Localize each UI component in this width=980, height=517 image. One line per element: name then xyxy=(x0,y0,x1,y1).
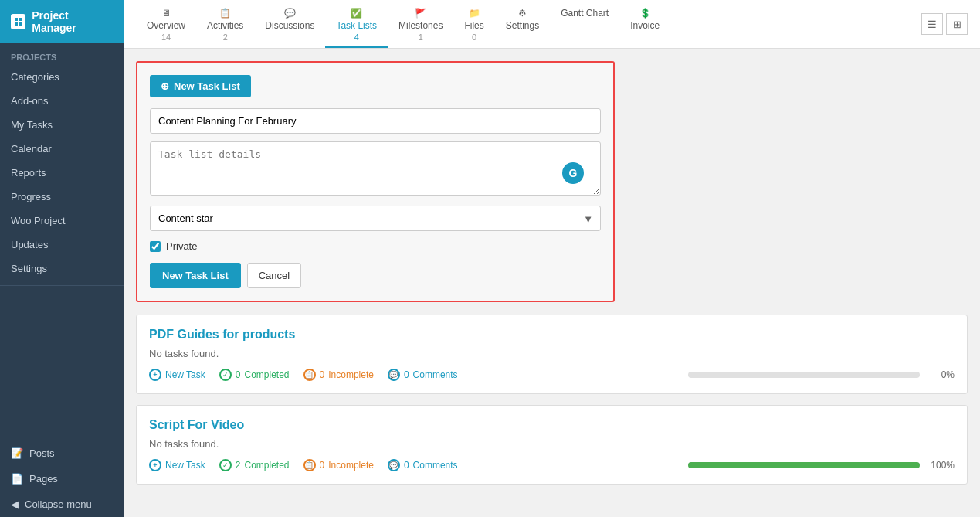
new-task-list-header-button[interactable]: ⊕ New Task List xyxy=(150,75,251,97)
comments-label-pdf: Comments xyxy=(413,369,458,380)
comments-script[interactable]: 💬 0 Comments xyxy=(388,459,458,471)
tab-discussions-label: Discussions xyxy=(265,20,314,31)
sidebar-item-updates[interactable]: Updates xyxy=(0,233,124,257)
collapse-label: Collapse menu xyxy=(25,498,92,510)
new-task-pdf-button[interactable]: + New Task xyxy=(149,369,205,381)
comments-count-script: 0 xyxy=(404,460,409,471)
pages-label: Pages xyxy=(29,473,58,485)
sidebar-item-addons[interactable]: Add-ons xyxy=(0,89,124,113)
tab-settings[interactable]: ⚙ Settings xyxy=(495,0,550,48)
svg-rect-3 xyxy=(19,22,22,26)
brand-label: Project Manager xyxy=(32,9,113,34)
task-list-pdf-title[interactable]: PDF Guides for products xyxy=(149,328,955,342)
tab-invoice[interactable]: 💲 Invoice xyxy=(619,0,670,48)
sidebar-item-wooproject[interactable]: Woo Project xyxy=(0,209,124,233)
list-view-button[interactable]: ☰ xyxy=(921,13,943,35)
tab-discussions[interactable]: 💬 Discussions xyxy=(254,0,325,48)
completed-script[interactable]: ✓ 2 Completed xyxy=(219,459,290,471)
svg-rect-1 xyxy=(19,18,22,21)
comments-pdf[interactable]: 💬 0 Comments xyxy=(388,369,458,381)
posts-icon: 📝 xyxy=(11,447,23,459)
completed-count-pdf: 0 xyxy=(236,369,241,380)
no-tasks-script: No tasks found. xyxy=(149,438,955,450)
sidebar-item-settings[interactable]: Settings xyxy=(0,257,124,281)
milestone-select[interactable]: Content star None Q1 Milestone xyxy=(150,206,601,231)
progress-pdf: 0% xyxy=(688,369,955,380)
tab-milestones-label: Milestones xyxy=(398,20,443,31)
progress-label: Progress xyxy=(11,191,51,202)
sidebar-item-pages[interactable]: 📄 Pages xyxy=(0,466,124,491)
files-icon: 📁 xyxy=(469,8,480,19)
reports-label: Reports xyxy=(11,167,46,179)
completed-count-script: 2 xyxy=(236,460,241,471)
check-icon-script: ✓ xyxy=(219,459,232,471)
tab-activities[interactable]: 📋 Activities 2 xyxy=(196,0,254,48)
tab-overview-label: Overview xyxy=(147,20,185,31)
milestones-icon: 🚩 xyxy=(415,8,426,19)
overview-icon: 🖥 xyxy=(161,8,171,19)
sidebar-item-calendar[interactable]: Calendar xyxy=(0,137,124,161)
addons-label: Add-ons xyxy=(11,95,48,107)
incomplete-label-script: Incomplete xyxy=(328,460,374,471)
sidebar-item-categories[interactable]: Categories xyxy=(0,65,124,89)
comments-label-script: Comments xyxy=(413,460,458,471)
svg-rect-2 xyxy=(15,22,18,26)
sidebar-header[interactable]: Project Manager xyxy=(0,0,124,43)
activities-icon: 📋 xyxy=(219,8,231,19)
task-list-pdf-guides: PDF Guides for products No tasks found. … xyxy=(136,315,968,394)
brand-icon xyxy=(11,14,25,29)
private-checkbox[interactable] xyxy=(150,241,161,252)
completed-label-script: Completed xyxy=(244,460,289,471)
progress-pct-script: 100% xyxy=(927,460,955,471)
plus-circle-icon-pdf: + xyxy=(149,369,161,381)
settings-label: Settings xyxy=(11,263,47,274)
progress-script: 100% xyxy=(688,460,955,471)
tab-overview[interactable]: 🖥 Overview 14 xyxy=(136,0,196,48)
tab-files[interactable]: 📁 Files 0 xyxy=(453,0,494,48)
tab-files-label: Files xyxy=(464,20,483,31)
invoice-icon: 💲 xyxy=(639,8,651,19)
sidebar-item-posts[interactable]: 📝 Posts xyxy=(0,440,124,466)
ai-assist-icon[interactable]: G xyxy=(562,162,584,184)
sidebar-item-mytasks[interactable]: My Tasks xyxy=(0,113,124,137)
sidebar: Project Manager Projects Categories Add-… xyxy=(0,0,124,517)
posts-label: Posts xyxy=(29,447,55,459)
tab-overview-count: 14 xyxy=(161,32,171,42)
sidebar-bottom: 📝 Posts 📄 Pages ◀ Collapse menu xyxy=(0,440,124,517)
categories-label: Categories xyxy=(11,71,59,83)
incomplete-pdf[interactable]: 📋 0 Incomplete xyxy=(303,369,374,381)
tab-activities-label: Activities xyxy=(207,20,243,31)
collapse-menu-button[interactable]: ◀ Collapse menu xyxy=(0,491,124,517)
tab-gantt[interactable]: Gantt Chart xyxy=(550,0,619,48)
tab-invoice-label: Invoice xyxy=(630,20,660,31)
settings-tab-icon: ⚙ xyxy=(518,8,527,19)
tab-activities-count: 2 xyxy=(223,32,228,42)
cancel-button[interactable]: Cancel xyxy=(247,263,301,288)
progress-pct-pdf: 0% xyxy=(927,369,955,380)
incomplete-count-pdf: 0 xyxy=(320,369,325,380)
tab-tasklists-label: Task Lists xyxy=(336,20,377,31)
submit-task-list-button[interactable]: New Task List xyxy=(150,263,241,288)
new-task-list-form: ⊕ New Task List G Content star None Q1 M… xyxy=(136,61,615,302)
private-label[interactable]: Private xyxy=(166,240,197,252)
plus-icon: ⊕ xyxy=(161,80,169,92)
progress-bar-bg-pdf xyxy=(688,372,920,378)
sidebar-item-reports[interactable]: Reports xyxy=(0,161,124,185)
task-list-script-title[interactable]: Script For Video xyxy=(149,418,955,432)
incomplete-script[interactable]: 📋 0 Incomplete xyxy=(303,459,374,471)
new-task-script-button[interactable]: + New Task xyxy=(149,459,205,471)
new-task-script-label: New Task xyxy=(165,460,205,471)
pages-icon: 📄 xyxy=(11,473,23,485)
mytasks-label: My Tasks xyxy=(11,119,53,131)
plus-circle-icon-script: + xyxy=(149,459,161,471)
tab-tasklists[interactable]: ✅ Task Lists 4 xyxy=(325,0,388,48)
task-list-details-input[interactable] xyxy=(150,141,601,196)
new-task-pdf-label: New Task xyxy=(165,369,205,380)
task-list-title-input[interactable] xyxy=(150,108,601,134)
tab-milestones[interactable]: 🚩 Milestones 1 xyxy=(388,0,453,48)
tab-milestones-count: 1 xyxy=(419,32,423,42)
grid-view-button[interactable]: ⊞ xyxy=(946,13,968,35)
incomplete-count-script: 0 xyxy=(320,460,325,471)
sidebar-item-progress[interactable]: Progress xyxy=(0,185,124,209)
completed-pdf[interactable]: ✓ 0 Completed xyxy=(219,369,290,381)
